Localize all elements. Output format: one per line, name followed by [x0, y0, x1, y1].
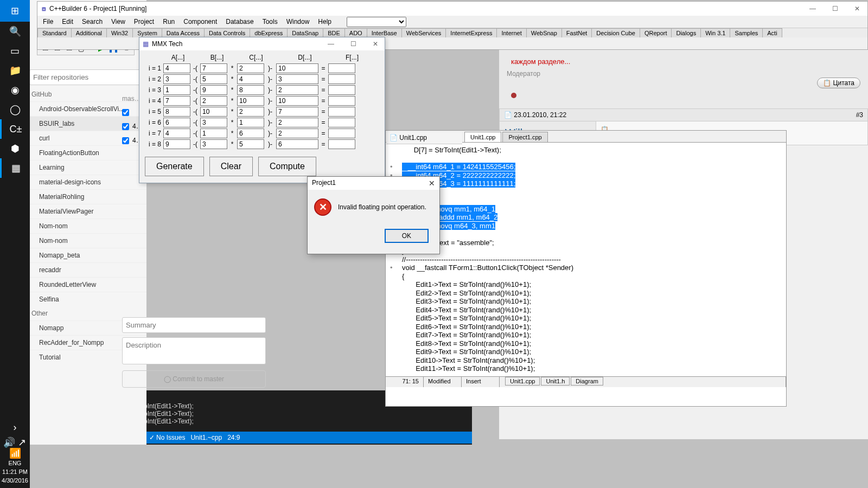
- input-a[interactable]: [163, 107, 190, 117]
- input-a[interactable]: [163, 129, 190, 138]
- input-b[interactable]: [200, 107, 227, 117]
- input-b[interactable]: [200, 63, 227, 73]
- mmx-minimize[interactable]: —: [324, 39, 337, 49]
- btab-cpp[interactable]: Unit1.cpp: [505, 377, 540, 386]
- menu-edit[interactable]: Edit: [59, 17, 76, 27]
- maximize-button[interactable]: ☐: [829, 4, 841, 14]
- input-d[interactable]: [276, 129, 318, 138]
- palette-tab[interactable]: Internet: [496, 28, 526, 37]
- input-a[interactable]: [163, 85, 190, 95]
- repo-item[interactable]: Nomapp_beta: [27, 248, 146, 262]
- repo-item[interactable]: MaterialViewPager: [27, 204, 146, 219]
- mmx-app-icon[interactable]: ▦: [0, 158, 30, 178]
- compute-button[interactable]: Compute: [258, 157, 316, 176]
- quote-button[interactable]: 📋 Цитата: [817, 78, 860, 88]
- input-b[interactable]: [200, 85, 227, 95]
- menu-window[interactable]: Window: [283, 17, 313, 27]
- change-checkbox-2[interactable]: [122, 123, 129, 130]
- menu-tools[interactable]: Tools: [259, 17, 281, 27]
- github-desktop-icon[interactable]: ◉: [0, 80, 30, 100]
- change-checkbox-3[interactable]: [122, 137, 129, 144]
- minimize-button[interactable]: —: [806, 4, 819, 14]
- mmx-close[interactable]: ✕: [369, 39, 381, 49]
- editor-tab[interactable]: Unit1.cpp: [464, 132, 501, 142]
- code-area[interactable]: D[7] = StrToInt(Edit1->Text); __int64 m6…: [386, 143, 786, 376]
- palette-tab[interactable]: InternetExpress: [445, 28, 497, 37]
- repo-item[interactable]: RoundedLetterView: [27, 277, 146, 292]
- expand-icon[interactable]: ›: [0, 418, 30, 437]
- input-b[interactable]: [200, 74, 227, 84]
- menu-database[interactable]: Database: [222, 17, 257, 27]
- repo-item[interactable]: Nom-nom: [27, 233, 146, 248]
- mmx-maximize[interactable]: ☐: [347, 39, 360, 49]
- input-c[interactable]: [237, 129, 264, 138]
- clear-button[interactable]: Clear: [209, 157, 253, 176]
- wifi-icon[interactable]: 📶: [0, 448, 30, 459]
- input-c[interactable]: [237, 118, 264, 127]
- input-d[interactable]: [276, 96, 318, 106]
- menu-file[interactable]: File: [40, 17, 56, 27]
- summary-input[interactable]: [122, 317, 266, 333]
- palette-tab[interactable]: dbExpress: [250, 28, 288, 37]
- repo-item[interactable]: MaterialRohling: [27, 189, 146, 204]
- menu-search[interactable]: Search: [79, 17, 106, 27]
- repo-item[interactable]: material-design-icons: [27, 175, 146, 189]
- output-f[interactable]: [328, 118, 355, 127]
- component-dropdown[interactable]: [347, 17, 406, 27]
- palette-tab[interactable]: InterBase: [367, 28, 402, 37]
- output-f[interactable]: [328, 74, 355, 84]
- editor-tab[interactable]: Project1.cpp: [502, 132, 547, 142]
- palette-tab[interactable]: Win 3.1: [700, 28, 730, 37]
- input-a[interactable]: [163, 118, 190, 127]
- palette-tab[interactable]: Decision Cube: [591, 28, 640, 37]
- input-b[interactable]: [200, 129, 227, 138]
- task-view-icon[interactable]: ▭: [0, 41, 30, 61]
- clock-date[interactable]: 4/30/2016: [0, 476, 30, 485]
- menu-run[interactable]: Run: [159, 17, 178, 27]
- palette-tab[interactable]: ADO: [344, 28, 367, 37]
- btab-h[interactable]: Unit1.h: [541, 377, 570, 386]
- input-d[interactable]: [276, 139, 318, 149]
- output-f[interactable]: [328, 63, 355, 73]
- input-a[interactable]: [163, 63, 190, 73]
- palette-tab[interactable]: QReport: [640, 28, 672, 37]
- file-explorer-icon[interactable]: 📁: [0, 61, 30, 80]
- commit-button[interactable]: ◯ Commit to master: [122, 370, 266, 388]
- output-f[interactable]: [328, 139, 355, 149]
- btab-diagram[interactable]: Diagram: [571, 377, 603, 386]
- input-d[interactable]: [276, 85, 318, 95]
- palette-tab[interactable]: BDE: [323, 28, 345, 37]
- output-f[interactable]: [328, 85, 355, 95]
- generate-button[interactable]: Generate: [145, 157, 204, 176]
- input-c[interactable]: [237, 139, 264, 149]
- palette-tab[interactable]: Additional: [71, 28, 107, 37]
- input-c[interactable]: [237, 96, 264, 106]
- output-f[interactable]: [328, 107, 355, 117]
- clock-time[interactable]: 11:21 PM: [0, 467, 30, 476]
- volume-icon[interactable]: 🔊 ↗: [0, 437, 30, 448]
- input-c[interactable]: [237, 107, 264, 117]
- input-d[interactable]: [276, 118, 318, 127]
- input-d[interactable]: [276, 63, 318, 73]
- palette-tab[interactable]: Data Controls: [204, 28, 250, 37]
- repo-item[interactable]: Learning: [27, 160, 146, 175]
- menu-component[interactable]: Component: [180, 17, 220, 27]
- output-f[interactable]: [328, 96, 355, 106]
- dialog-close-icon[interactable]: ✕: [429, 179, 435, 188]
- input-d[interactable]: [276, 74, 318, 84]
- menu-view[interactable]: View: [108, 17, 129, 27]
- palette-tab[interactable]: System: [132, 28, 162, 37]
- input-b[interactable]: [200, 96, 227, 106]
- cpp-builder-icon[interactable]: C±: [0, 119, 30, 139]
- menu-project[interactable]: Project: [131, 17, 157, 27]
- repo-item[interactable]: Selfina: [27, 292, 146, 306]
- palette-tab[interactable]: Data Access: [162, 28, 205, 37]
- input-c[interactable]: [237, 74, 264, 84]
- input-b[interactable]: [200, 118, 227, 127]
- search-icon[interactable]: 🔍: [0, 22, 30, 41]
- palette-tab[interactable]: Win32: [106, 28, 133, 37]
- input-c[interactable]: [237, 63, 264, 73]
- code-editor[interactable]: Unit1.cppProject1.cpp D[7] = StrToInt(Ed…: [385, 130, 787, 407]
- input-a[interactable]: [163, 96, 190, 106]
- palette-tab[interactable]: FastNet: [561, 28, 592, 37]
